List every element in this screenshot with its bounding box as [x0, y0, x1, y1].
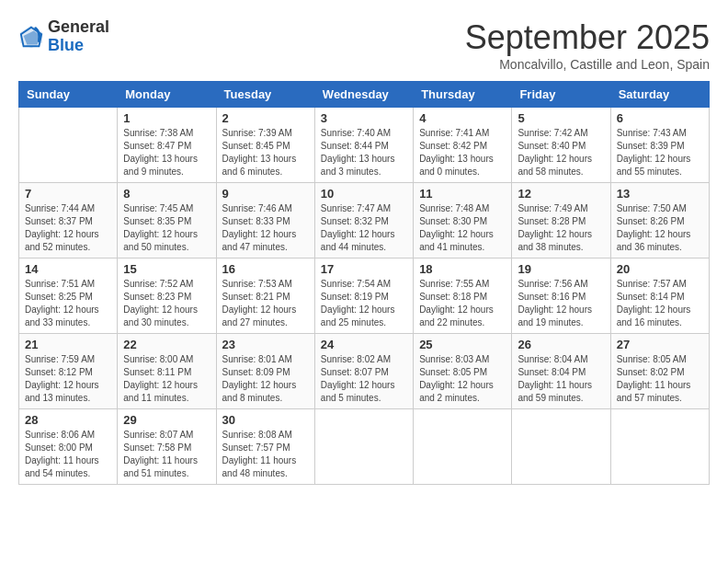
day-info: Sunrise: 7:47 AM Sunset: 8:32 PM Dayligh…: [321, 202, 407, 254]
calendar-cell: 14Sunrise: 7:51 AM Sunset: 8:25 PM Dayli…: [19, 259, 118, 334]
weekday-header-wednesday: Wednesday: [314, 82, 413, 108]
day-info: Sunrise: 7:57 AM Sunset: 8:14 PM Dayligh…: [617, 278, 703, 329]
day-number: 12: [518, 187, 604, 201]
day-number: 22: [123, 338, 210, 351]
week-row-2: 7Sunrise: 7:44 AM Sunset: 8:37 PM Daylig…: [19, 183, 710, 259]
day-info: Sunrise: 7:56 AM Sunset: 8:16 PM Dayligh…: [518, 278, 604, 329]
calendar-cell: 13Sunrise: 7:50 AM Sunset: 8:26 PM Dayli…: [610, 183, 709, 259]
day-number: 2: [222, 111, 309, 125]
calendar-cell: [414, 409, 512, 485]
calendar-cell: 12Sunrise: 7:49 AM Sunset: 8:28 PM Dayli…: [512, 183, 610, 259]
day-number: 18: [419, 262, 506, 276]
calendar-cell: 8Sunrise: 7:45 AM Sunset: 8:35 PM Daylig…: [118, 183, 216, 259]
weekday-header-friday: Friday: [512, 82, 610, 108]
day-number: 17: [321, 262, 407, 276]
day-number: 30: [222, 413, 309, 427]
day-number: 11: [419, 187, 506, 201]
day-number: 10: [321, 187, 407, 201]
calendar-cell: 2Sunrise: 7:39 AM Sunset: 8:45 PM Daylig…: [216, 108, 314, 183]
calendar-cell: 11Sunrise: 7:48 AM Sunset: 8:30 PM Dayli…: [414, 183, 512, 259]
weekday-header-saturday: Saturday: [610, 82, 709, 108]
day-info: Sunrise: 7:42 AM Sunset: 8:40 PM Dayligh…: [518, 127, 604, 178]
calendar-cell: 25Sunrise: 8:03 AM Sunset: 8:05 PM Dayli…: [414, 334, 512, 409]
logo: General Blue: [18, 18, 109, 55]
day-number: 14: [25, 262, 111, 276]
calendar-cell: 22Sunrise: 8:00 AM Sunset: 8:11 PM Dayli…: [118, 334, 216, 409]
calendar-cell: 17Sunrise: 7:54 AM Sunset: 8:19 PM Dayli…: [314, 259, 413, 334]
calendar-cell: 10Sunrise: 7:47 AM Sunset: 8:32 PM Dayli…: [314, 183, 413, 259]
day-number: 6: [617, 111, 703, 125]
day-info: Sunrise: 7:41 AM Sunset: 8:42 PM Dayligh…: [419, 127, 506, 178]
calendar-cell: [610, 409, 709, 485]
day-info: Sunrise: 8:02 AM Sunset: 8:07 PM Dayligh…: [321, 353, 407, 405]
day-number: 3: [321, 111, 407, 125]
logo-icon: [18, 24, 44, 50]
day-info: Sunrise: 8:03 AM Sunset: 8:05 PM Dayligh…: [419, 353, 506, 405]
calendar-cell: 21Sunrise: 7:59 AM Sunset: 8:12 PM Dayli…: [19, 334, 118, 409]
weekday-header-tuesday: Tuesday: [216, 82, 314, 108]
calendar-cell: 28Sunrise: 8:06 AM Sunset: 8:00 PM Dayli…: [19, 409, 118, 485]
day-info: Sunrise: 8:07 AM Sunset: 7:58 PM Dayligh…: [123, 429, 210, 480]
calendar-cell: 5Sunrise: 7:42 AM Sunset: 8:40 PM Daylig…: [512, 108, 610, 183]
page-header: General Blue September 2025 Moncalvillo,…: [18, 18, 710, 72]
day-info: Sunrise: 7:59 AM Sunset: 8:12 PM Dayligh…: [25, 353, 111, 405]
day-info: Sunrise: 7:50 AM Sunset: 8:26 PM Dayligh…: [617, 202, 703, 254]
day-number: 5: [518, 111, 604, 125]
day-info: Sunrise: 8:05 AM Sunset: 8:02 PM Dayligh…: [617, 353, 703, 405]
calendar-cell: 9Sunrise: 7:46 AM Sunset: 8:33 PM Daylig…: [216, 183, 314, 259]
day-info: Sunrise: 7:45 AM Sunset: 8:35 PM Dayligh…: [123, 202, 210, 254]
day-number: 27: [617, 338, 703, 351]
calendar-cell: 23Sunrise: 8:01 AM Sunset: 8:09 PM Dayli…: [216, 334, 314, 409]
calendar-cell: 3Sunrise: 7:40 AM Sunset: 8:44 PM Daylig…: [314, 108, 413, 183]
day-info: Sunrise: 8:06 AM Sunset: 8:00 PM Dayligh…: [25, 429, 111, 480]
day-info: Sunrise: 7:44 AM Sunset: 8:37 PM Dayligh…: [25, 202, 111, 254]
calendar-cell: [512, 409, 610, 485]
calendar-cell: 16Sunrise: 7:53 AM Sunset: 8:21 PM Dayli…: [216, 259, 314, 334]
day-number: 16: [222, 262, 309, 276]
calendar-cell: 15Sunrise: 7:52 AM Sunset: 8:23 PM Dayli…: [118, 259, 216, 334]
day-info: Sunrise: 8:08 AM Sunset: 7:57 PM Dayligh…: [222, 429, 309, 480]
day-info: Sunrise: 7:48 AM Sunset: 8:30 PM Dayligh…: [419, 202, 506, 254]
calendar-cell: 20Sunrise: 7:57 AM Sunset: 8:14 PM Dayli…: [610, 259, 709, 334]
day-number: 7: [25, 187, 111, 201]
day-info: Sunrise: 7:55 AM Sunset: 8:18 PM Dayligh…: [419, 278, 506, 329]
day-number: 9: [222, 187, 309, 201]
day-info: Sunrise: 7:49 AM Sunset: 8:28 PM Dayligh…: [518, 202, 604, 254]
day-info: Sunrise: 7:46 AM Sunset: 8:33 PM Dayligh…: [222, 202, 309, 254]
weekday-header-thursday: Thursday: [414, 82, 512, 108]
calendar-cell: 7Sunrise: 7:44 AM Sunset: 8:37 PM Daylig…: [19, 183, 118, 259]
day-info: Sunrise: 7:40 AM Sunset: 8:44 PM Dayligh…: [321, 127, 407, 178]
day-number: 1: [123, 111, 210, 125]
day-number: 13: [617, 187, 703, 201]
weekday-header-sunday: Sunday: [19, 82, 118, 108]
calendar-cell: 30Sunrise: 8:08 AM Sunset: 7:57 PM Dayli…: [216, 409, 314, 485]
title-block: September 2025 Moncalvillo, Castille and…: [465, 18, 710, 72]
day-number: 24: [321, 338, 407, 351]
day-number: 26: [518, 338, 604, 351]
calendar-cell: 19Sunrise: 7:56 AM Sunset: 8:16 PM Dayli…: [512, 259, 610, 334]
day-info: Sunrise: 8:00 AM Sunset: 8:11 PM Dayligh…: [123, 353, 210, 405]
day-info: Sunrise: 7:52 AM Sunset: 8:23 PM Dayligh…: [123, 278, 210, 329]
day-number: 19: [518, 262, 604, 276]
day-info: Sunrise: 8:04 AM Sunset: 8:04 PM Dayligh…: [518, 353, 604, 405]
calendar-cell: [19, 108, 118, 183]
weekday-header-monday: Monday: [118, 82, 216, 108]
week-row-5: 28Sunrise: 8:06 AM Sunset: 8:00 PM Dayli…: [19, 409, 710, 485]
day-info: Sunrise: 7:39 AM Sunset: 8:45 PM Dayligh…: [222, 127, 309, 178]
day-info: Sunrise: 7:38 AM Sunset: 8:47 PM Dayligh…: [123, 127, 210, 178]
calendar-cell: 27Sunrise: 8:05 AM Sunset: 8:02 PM Dayli…: [610, 334, 709, 409]
month-title: September 2025: [465, 18, 710, 57]
day-info: Sunrise: 8:01 AM Sunset: 8:09 PM Dayligh…: [222, 353, 309, 405]
day-info: Sunrise: 7:43 AM Sunset: 8:39 PM Dayligh…: [617, 127, 703, 178]
calendar-cell: 18Sunrise: 7:55 AM Sunset: 8:18 PM Dayli…: [414, 259, 512, 334]
day-number: 8: [123, 187, 210, 201]
week-row-1: 1Sunrise: 7:38 AM Sunset: 8:47 PM Daylig…: [19, 108, 710, 183]
week-row-3: 14Sunrise: 7:51 AM Sunset: 8:25 PM Dayli…: [19, 259, 710, 334]
day-number: 29: [123, 413, 210, 427]
calendar-cell: [314, 409, 413, 485]
day-number: 15: [123, 262, 210, 276]
day-number: 4: [419, 111, 506, 125]
day-info: Sunrise: 7:53 AM Sunset: 8:21 PM Dayligh…: [222, 278, 309, 329]
day-number: 23: [222, 338, 309, 351]
calendar-cell: 29Sunrise: 8:07 AM Sunset: 7:58 PM Dayli…: [118, 409, 216, 485]
